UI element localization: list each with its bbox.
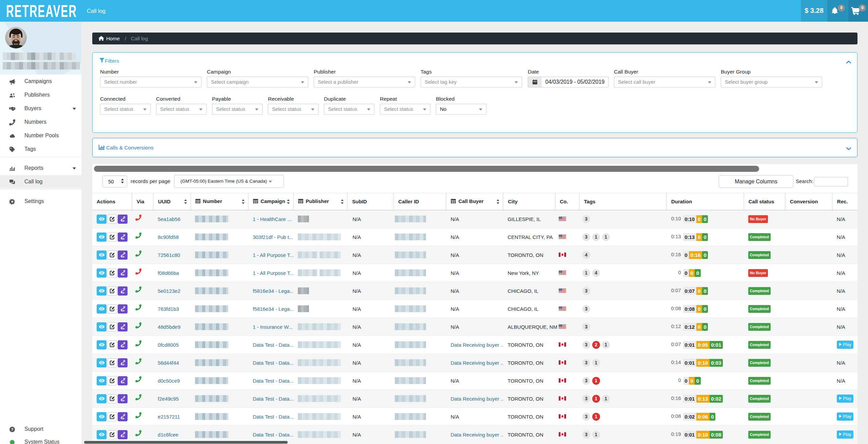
svg-text:?: ? xyxy=(11,427,14,431)
